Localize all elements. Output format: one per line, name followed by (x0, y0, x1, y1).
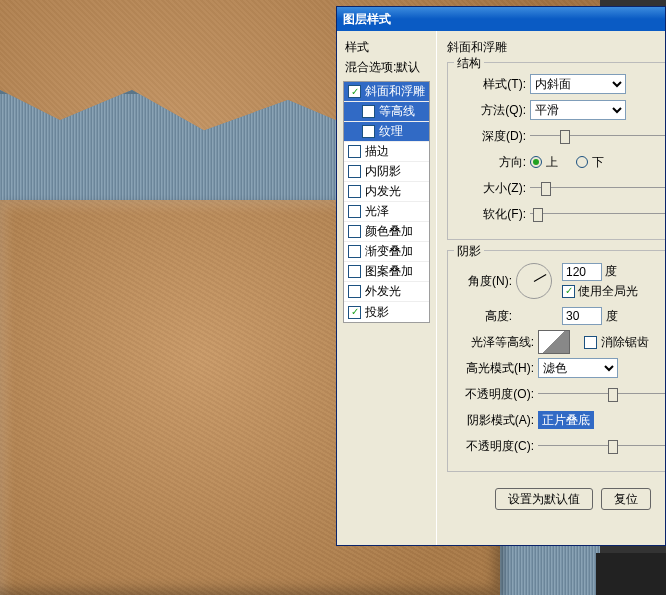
method-label: 方法(Q): (456, 102, 526, 119)
effect-checkbox[interactable] (348, 306, 361, 319)
effect-item[interactable]: 颜色叠加 (344, 222, 429, 242)
effect-checkbox[interactable] (348, 165, 361, 178)
angle-wheel[interactable] (516, 263, 552, 299)
settings-title: 斜面和浮雕 (447, 39, 665, 56)
effect-label: 光泽 (365, 203, 389, 220)
shadow-fieldset: 阴影 角度(N): 120 度 使用全局光 (447, 250, 665, 472)
gloss-contour-label: 光泽等高线: (456, 334, 534, 351)
global-light-label: 使用全局光 (578, 283, 638, 300)
shadow-legend: 阴影 (454, 243, 484, 260)
altitude-label: 高度: (456, 308, 512, 325)
effect-label: 渐变叠加 (365, 243, 413, 260)
styles-header: 样式 (343, 39, 430, 57)
effect-checkbox[interactable] (348, 205, 361, 218)
depth-label: 深度(D): (456, 128, 526, 145)
dir-up-label: 上 (546, 154, 558, 171)
antialias-checkbox[interactable] (584, 336, 597, 349)
effect-item[interactable]: 斜面和浮雕 (344, 82, 429, 102)
altitude-field[interactable]: 30 (562, 307, 602, 325)
set-default-button[interactable]: 设置为默认值 (495, 488, 593, 510)
angle-label: 角度(N): (456, 273, 512, 290)
soften-slider[interactable] (530, 205, 665, 223)
effect-checkbox[interactable] (348, 285, 361, 298)
opacity1-label: 不透明度(O): (456, 386, 534, 403)
effect-label: 图案叠加 (365, 263, 413, 280)
structure-fieldset: 结构 样式(T): 内斜面 方法(Q): 平滑 深度(D): (447, 62, 665, 240)
size-slider[interactable] (530, 179, 665, 197)
dialog-titlebar[interactable]: 图层样式 (337, 7, 665, 31)
depth-slider[interactable] (530, 127, 665, 145)
shadow-mode-value[interactable]: 正片叠底 (538, 411, 594, 429)
blending-options[interactable]: 混合选项:默认 (343, 59, 430, 77)
shadow-opacity-slider[interactable] (538, 437, 665, 455)
effect-label: 外发光 (365, 283, 401, 300)
effect-checkbox[interactable] (348, 245, 361, 258)
effect-checkbox[interactable] (348, 225, 361, 238)
effect-item[interactable]: 等高线 (344, 102, 429, 122)
effect-label: 等高线 (379, 103, 415, 120)
style-label: 样式(T): (456, 76, 526, 93)
effect-label: 描边 (365, 143, 389, 160)
styles-column: 样式 混合选项:默认 斜面和浮雕等高线纹理描边内阴影内发光光泽颜色叠加渐变叠加图… (337, 31, 437, 545)
effect-label: 颜色叠加 (365, 223, 413, 240)
effect-item[interactable]: 图案叠加 (344, 262, 429, 282)
shadow-mode-label: 阴影模式(A): (456, 412, 534, 429)
direction-down-radio[interactable] (576, 156, 588, 168)
size-label: 大小(Z): (456, 180, 526, 197)
direction-up-radio[interactable] (530, 156, 542, 168)
effect-item[interactable]: 投影 (344, 302, 429, 322)
effect-checkbox[interactable] (348, 265, 361, 278)
dialog-body: 样式 混合选项:默认 斜面和浮雕等高线纹理描边内阴影内发光光泽颜色叠加渐变叠加图… (337, 31, 665, 545)
effect-checkbox[interactable] (362, 125, 375, 138)
effect-item[interactable]: 描边 (344, 142, 429, 162)
button-row: 设置为默认值 复位 (447, 482, 665, 510)
antialias-label: 消除锯齿 (601, 334, 649, 351)
highlight-mode-select[interactable]: 滤色 (538, 358, 618, 378)
global-light-checkbox[interactable] (562, 285, 575, 298)
effect-label: 投影 (365, 304, 389, 321)
effect-checkbox[interactable] (362, 105, 375, 118)
effect-label: 纹理 (379, 123, 403, 140)
effect-item[interactable]: 内发光 (344, 182, 429, 202)
dialog-title: 图层样式 (343, 11, 391, 28)
structure-legend: 结构 (454, 55, 484, 72)
highlight-mode-label: 高光模式(H): (456, 360, 534, 377)
opacity2-label: 不透明度(C): (456, 438, 534, 455)
altitude-degree: 度 (606, 308, 618, 325)
soften-label: 软化(F): (456, 206, 526, 223)
direction-label: 方向: (456, 154, 526, 171)
dir-down-label: 下 (592, 154, 604, 171)
canvas-dark-strip (596, 553, 666, 595)
effect-label: 斜面和浮雕 (365, 83, 425, 100)
reset-button[interactable]: 复位 (601, 488, 651, 510)
effect-checkbox[interactable] (348, 185, 361, 198)
effect-item[interactable]: 光泽 (344, 202, 429, 222)
effect-item[interactable]: 渐变叠加 (344, 242, 429, 262)
effect-item[interactable]: 外发光 (344, 282, 429, 302)
effect-item[interactable]: 纹理 (344, 122, 429, 142)
effect-label: 内发光 (365, 183, 401, 200)
layer-style-dialog: 图层样式 样式 混合选项:默认 斜面和浮雕等高线纹理描边内阴影内发光光泽颜色叠加… (336, 6, 666, 546)
effect-checkbox[interactable] (348, 145, 361, 158)
gloss-contour-swatch[interactable] (538, 330, 570, 354)
effect-checkbox[interactable] (348, 85, 361, 98)
style-select[interactable]: 内斜面 (530, 74, 626, 94)
angle-degree: 度 (605, 263, 617, 280)
effects-list: 斜面和浮雕等高线纹理描边内阴影内发光光泽颜色叠加渐变叠加图案叠加外发光投影 (343, 81, 430, 323)
settings-column: 斜面和浮雕 结构 样式(T): 内斜面 方法(Q): 平滑 深度(D): (437, 31, 665, 545)
highlight-opacity-slider[interactable] (538, 385, 665, 403)
effect-label: 内阴影 (365, 163, 401, 180)
method-select[interactable]: 平滑 (530, 100, 626, 120)
angle-field[interactable]: 120 (562, 263, 602, 281)
effect-item[interactable]: 内阴影 (344, 162, 429, 182)
